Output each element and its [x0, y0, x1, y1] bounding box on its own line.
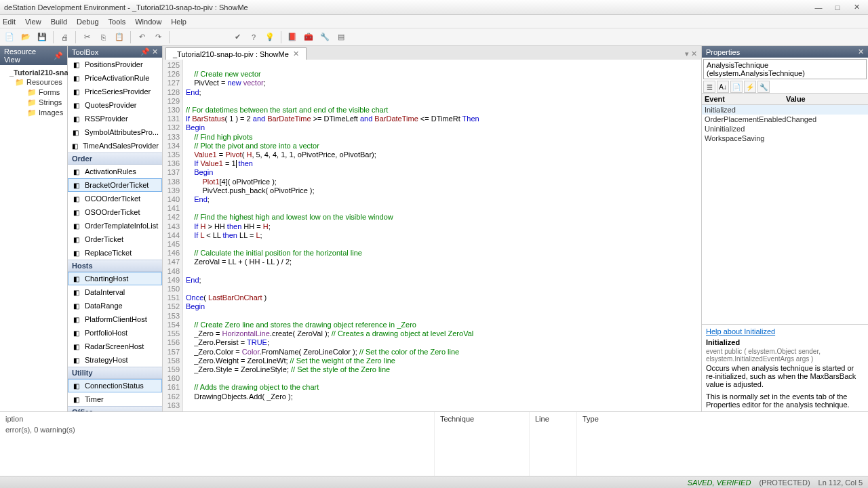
help-icon[interactable]: ? — [247, 30, 260, 44]
menu-help[interactable]: Help — [171, 18, 186, 26]
toolbox-item[interactable]: ◧TimeAndSalesProvider — [68, 139, 162, 152]
toolbox-item[interactable]: ◧OSOOrderTicket — [68, 205, 162, 219]
properties-header: Properties✕ — [702, 46, 868, 58]
toolbox-item[interactable]: ◧PriceSeriesProvider — [68, 85, 162, 98]
toolbox-item[interactable]: ◧PriceActivationRule — [68, 71, 162, 85]
cut-icon[interactable]: ✂ — [80, 30, 94, 44]
group-utility[interactable]: Utility — [68, 367, 162, 379]
menu-view[interactable]: View — [25, 18, 41, 26]
tab-close-icon[interactable]: ✕ — [293, 49, 299, 58]
copy-icon[interactable]: ⎘ — [96, 30, 110, 44]
tab-dropdown-icon[interactable]: ▾ ✕ — [681, 48, 701, 60]
maximize-button[interactable]: □ — [830, 3, 845, 12]
component-icon: ◧ — [71, 314, 81, 324]
props-row[interactable]: WorkspaceSaving — [702, 134, 868, 143]
editor-tab[interactable]: _Tutorial210-snap-to-piv : ShowMe ✕ — [165, 47, 307, 60]
props-wrench-icon[interactable]: 🔧 — [757, 81, 770, 93]
tree-strings[interactable]: 📁 Strings — [19, 98, 66, 108]
dict-icon[interactable]: 📕 — [285, 30, 299, 44]
open-icon[interactable]: 📂 — [19, 30, 33, 44]
toolbox-item[interactable]: ◧DataInterval — [68, 285, 162, 299]
group-order[interactable]: Order — [68, 152, 162, 165]
new-icon[interactable]: 📄 — [3, 30, 16, 44]
component-icon: ◧ — [71, 287, 81, 297]
component-icon: ◧ — [71, 274, 81, 283]
undo-icon[interactable]: ↶ — [135, 30, 149, 44]
props-row[interactable]: Initialized — [702, 105, 868, 115]
toolbox-item[interactable]: ◧RSSProvider — [68, 112, 162, 125]
toolbox-icon[interactable]: 🧰 — [302, 30, 315, 44]
props-icon[interactable]: 🔧 — [318, 30, 332, 44]
component-icon: ◧ — [71, 381, 81, 390]
col-technique: Technique — [434, 412, 529, 476]
component-icon: ◧ — [71, 194, 81, 203]
props-prop-icon[interactable]: 📄 — [730, 81, 743, 93]
toolbox-item[interactable]: ◧ActivationRules — [68, 165, 162, 178]
props-object-selector[interactable]: AnalysisTechnique (elsystem.AnalysisTech… — [703, 59, 867, 79]
toolbox-item[interactable]: ◧RadarScreenHost — [68, 340, 162, 353]
bulb-icon[interactable]: 💡 — [263, 30, 277, 44]
save-icon[interactable]: 💾 — [35, 30, 49, 44]
toolbox-item[interactable]: ◧OrderTemplateInfoList — [68, 219, 162, 232]
toolbox-item[interactable]: ◧PortfolioHost — [68, 326, 162, 340]
pin-icon[interactable]: ✕ — [858, 47, 864, 56]
out-icon[interactable]: ▤ — [334, 30, 348, 44]
close-button[interactable]: ✕ — [849, 3, 864, 12]
toolbox-item[interactable]: ◧PositionsProvider — [68, 58, 162, 71]
toolbox-item[interactable]: ◧StrategyHost — [68, 353, 162, 367]
props-az-icon[interactable]: A↓ — [717, 81, 729, 93]
pin-icon[interactable]: 📌 ✕ — [140, 47, 158, 56]
toolbox-item[interactable]: ◧ChartingHost — [68, 272, 162, 285]
component-icon: ◧ — [71, 394, 81, 404]
menu-debug[interactable]: Debug — [77, 18, 98, 26]
redo-icon[interactable]: ↷ — [151, 30, 165, 44]
print-icon[interactable]: 🖨 — [58, 30, 71, 44]
menu-tools[interactable]: Tools — [108, 18, 126, 26]
props-event-icon[interactable]: ⚡ — [744, 81, 756, 93]
tree-images[interactable]: 📁 Images — [19, 108, 66, 118]
component-icon: ◧ — [71, 207, 81, 217]
component-icon: ◧ — [71, 100, 81, 110]
status-protected: (PROTECTED) — [759, 479, 810, 487]
tree-root[interactable]: _Tutorial210-snap-to-... — [1, 68, 66, 77]
component-icon: ◧ — [71, 248, 81, 258]
toolbox-item[interactable]: ◧BracketOrderTicket — [68, 178, 162, 192]
toolbox-item[interactable]: ◧ConnectionStatus — [68, 379, 162, 392]
props-cat-icon[interactable]: ☰ — [703, 81, 715, 93]
verify-icon[interactable]: ✔ — [231, 30, 244, 44]
toolbox-item[interactable]: ◧OrderTicket — [68, 232, 162, 246]
minimize-button[interactable]: — — [811, 3, 826, 12]
tree-resources[interactable]: 📁 Resources — [1, 77, 66, 87]
help-link[interactable]: Help about Initialized — [706, 327, 775, 336]
component-icon: ◧ — [71, 73, 81, 83]
menu-window[interactable]: Window — [135, 18, 161, 26]
toolbox-header: ToolBox📌 ✕ — [68, 46, 162, 58]
group-hosts[interactable]: Hosts — [68, 260, 162, 272]
props-row[interactable]: OrderPlacementEnabledChanged — [702, 115, 868, 124]
component-icon: ◧ — [71, 114, 81, 123]
component-icon: ◧ — [71, 180, 81, 190]
col-type: Type — [576, 412, 604, 476]
output-status: error(s), 0 warning(s) — [5, 426, 429, 434]
group-office[interactable]: Office — [68, 406, 162, 411]
toolbox-item[interactable]: ◧OCOOrderTicket — [68, 192, 162, 205]
props-row[interactable]: Uninitialized — [702, 124, 868, 134]
status-saved: SAVED, VERIFIED — [688, 479, 751, 487]
resource-tree[interactable]: _Tutorial210-snap-to-... 📁 Resources 📁 F… — [0, 65, 67, 121]
toolbox-item[interactable]: ◧ReplaceTicket — [68, 246, 162, 260]
menu-edit[interactable]: Edit — [3, 18, 16, 26]
code-editor[interactable]: // Create new vector PivVect = new vecto… — [183, 60, 701, 411]
pin-icon[interactable]: 📌 — [54, 52, 63, 60]
tree-forms[interactable]: 📁 Forms — [19, 87, 66, 98]
component-icon: ◧ — [71, 221, 81, 230]
toolbox-item[interactable]: ◧SymbolAttributesPro... — [68, 125, 162, 139]
resource-view-header: Resource View📌 — [0, 46, 67, 65]
menu-build[interactable]: Build — [51, 18, 67, 26]
toolbox-item[interactable]: ◧QuotesProvider — [68, 98, 162, 112]
toolbox-item[interactable]: ◧DataRange — [68, 299, 162, 312]
component-icon: ◧ — [71, 301, 81, 310]
component-icon: ◧ — [71, 235, 81, 244]
paste-icon[interactable]: 📋 — [113, 30, 126, 44]
toolbox-item[interactable]: ◧PlatformClientHost — [68, 312, 162, 326]
toolbox-item[interactable]: ◧Timer — [68, 392, 162, 406]
